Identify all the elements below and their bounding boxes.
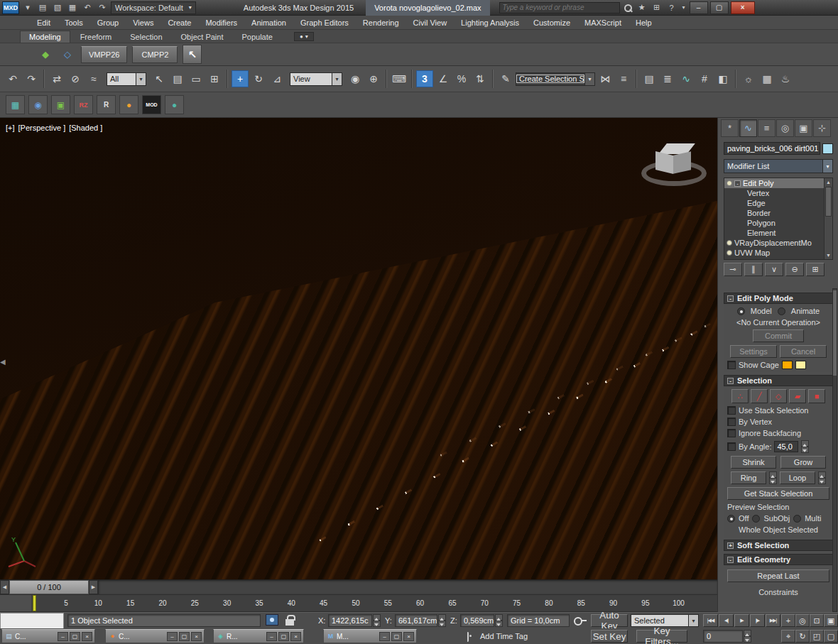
stack-item-edit-poly[interactable]: - Edit Poly [724, 178, 832, 188]
use-pivot-center-icon[interactable]: ◉ [347, 70, 364, 87]
ribbon-tab-populate[interactable]: Populate [233, 31, 281, 43]
stack-scrollbar[interactable]: ▲ ▼ [824, 178, 832, 259]
render-setup-icon[interactable]: ☼ [740, 70, 757, 87]
preview-subobj-radio[interactable] [752, 515, 760, 523]
minimize-button[interactable]: – [379, 632, 390, 641]
selection-lock-icon[interactable] [283, 614, 297, 627]
redo-button[interactable]: ↷ [23, 70, 40, 87]
collapse-icon[interactable]: - [734, 180, 741, 187]
ribbon-tab-selection[interactable]: Selection [121, 31, 170, 43]
z-spinner[interactable] [495, 614, 503, 627]
select-and-move-icon[interactable]: + [232, 70, 249, 87]
x-coordinate-field[interactable]: 1422,615c [328, 614, 372, 627]
grow-button[interactable]: Grow [780, 456, 826, 469]
select-and-rotate-icon[interactable]: ↻ [250, 70, 267, 87]
show-cage-checkbox[interactable] [727, 361, 736, 369]
close-button[interactable]: × [82, 632, 92, 641]
scrollbar-thumb[interactable] [825, 187, 832, 217]
current-time-field[interactable]: 0 [703, 630, 743, 643]
remove-modifier-icon[interactable]: ⊖ [785, 263, 804, 276]
ring-spinner[interactable] [769, 471, 777, 484]
previous-frame-button[interactable]: ◀| [719, 614, 734, 627]
orbit-view-icon[interactable]: ↻ [795, 630, 810, 643]
save-file-icon[interactable]: ▦ [66, 1, 79, 14]
go-to-start-button[interactable]: |◀◀ [703, 614, 718, 627]
preview-off-radio[interactable] [727, 515, 735, 523]
window-crossing-icon[interactable]: ⊞ [206, 70, 223, 87]
next-frame-button[interactable]: |▶ [750, 614, 765, 627]
command-panel-scrollbar[interactable] [832, 288, 837, 612]
modifier-enable-bulb-icon[interactable] [727, 250, 732, 256]
material-editor-icon[interactable]: ◧ [714, 70, 731, 87]
ribbon-tab-object-paint[interactable]: Object Paint [173, 31, 232, 43]
set-key-button[interactable]: Set Key [591, 630, 628, 643]
menu-item[interactable]: MAXScript [577, 16, 628, 29]
rectangular-region-icon[interactable]: ▭ [187, 70, 205, 87]
key-filters-button[interactable]: Key Filters... [636, 630, 687, 643]
rollout-header-selection[interactable]: - Selection [724, 375, 833, 386]
stack-item-edge[interactable]: Edge [724, 198, 832, 208]
menu-item[interactable]: Create [160, 16, 198, 29]
tab-motion-icon[interactable]: ◎ [776, 119, 794, 137]
menu-item[interactable]: Civil View [406, 16, 454, 29]
modifier-enable-bulb-icon[interactable] [727, 180, 732, 186]
menu-item[interactable]: Edit [30, 16, 58, 29]
unlink-selection-icon[interactable]: ⊘ [67, 70, 84, 87]
current-frame-marker[interactable] [33, 595, 36, 611]
select-and-scale-icon[interactable]: ⊿ [268, 70, 285, 87]
named-selection-dropdown[interactable]: Create Selection Se ▾ [516, 72, 595, 86]
element-subobject-icon[interactable]: ■ [808, 389, 825, 403]
go-to-end-button[interactable]: ▶▶| [766, 614, 780, 627]
rendered-frame-icon[interactable]: ▦ [758, 70, 776, 87]
viewport-canvas[interactable]: [+] [Perspective ] [Shaded ] ◀ Y [0, 118, 717, 580]
object-name-field[interactable]: paving_bricks_006 dirt001 [724, 142, 820, 155]
viewport-shading-menu[interactable]: [Shaded ] [69, 124, 102, 132]
close-button[interactable]: × [290, 632, 301, 641]
modifier-enable-bulb-icon[interactable] [727, 240, 732, 246]
minimized-window[interactable]: ◈ R... – ▢ × [213, 629, 304, 643]
pin-stack-icon[interactable]: ⊸ [724, 263, 742, 276]
ribbon-tab-modeling[interactable]: Modeling [20, 31, 70, 43]
layer-explorer-icon[interactable]: ≣ [659, 70, 676, 87]
menu-item[interactable]: Modifiers [198, 16, 244, 29]
make-unique-icon[interactable]: ∨ [765, 263, 783, 276]
app-logo-icon[interactable]: MXD [2, 1, 19, 14]
stack-item-uvw-map[interactable]: UVW Map [724, 248, 832, 258]
isolate-selection-icon[interactable] [266, 614, 278, 626]
select-by-name-icon[interactable]: ▤ [169, 70, 186, 87]
maximize-button[interactable]: ▢ [710, 1, 729, 14]
bind-to-spacewarp-icon[interactable]: ≈ [85, 70, 102, 87]
new-scene-icon[interactable]: ▤ [36, 1, 49, 14]
object-color-swatch[interactable] [822, 143, 833, 154]
select-object-icon[interactable]: ↖ [151, 70, 168, 87]
maxscript-mini-listener[interactable] [0, 613, 64, 629]
use-stack-selection-checkbox[interactable] [727, 406, 736, 415]
zoom-all-icon[interactable]: ◎ [795, 614, 810, 627]
auto-key-button[interactable]: Auto Key [591, 614, 628, 627]
menu-item[interactable]: Customize [526, 16, 577, 29]
get-stack-selection-button[interactable]: Get Stack Selection [727, 487, 829, 500]
loop-spinner[interactable] [818, 471, 826, 484]
keyboard-override-icon[interactable]: ⌨ [391, 70, 408, 87]
custom-tool-icon-7[interactable]: MOD [142, 95, 161, 114]
time-spinner[interactable] [744, 630, 751, 643]
viewport-general-menu[interactable]: [+] [6, 124, 15, 132]
zoom-icon[interactable]: + [781, 614, 795, 627]
menu-item[interactable]: Group [90, 16, 126, 29]
scene-explorer-icon[interactable]: ▤ [641, 70, 658, 87]
viewport-pov-menu[interactable]: [Perspective ] [18, 124, 66, 132]
animate-radio[interactable] [778, 307, 785, 315]
stack-item-border[interactable]: Border [724, 208, 832, 218]
search-input[interactable] [499, 2, 620, 13]
minimized-window[interactable]: ▤ C... – ▢ × [1, 629, 95, 643]
scroll-down-icon[interactable]: ▼ [825, 251, 832, 259]
preview-multi-radio[interactable] [793, 515, 801, 523]
selection-filter-dropdown[interactable]: All ▾ [107, 72, 146, 86]
menu-item[interactable]: Animation [244, 16, 293, 29]
scrollbar-thumb[interactable] [833, 290, 837, 376]
undo-icon[interactable]: ↶ [81, 1, 94, 14]
percent-snap-icon[interactable]: % [453, 70, 470, 87]
zoom-region-icon[interactable]: ▣ [824, 614, 838, 627]
by-vertex-checkbox[interactable] [727, 417, 736, 426]
search-icon[interactable] [622, 2, 633, 13]
